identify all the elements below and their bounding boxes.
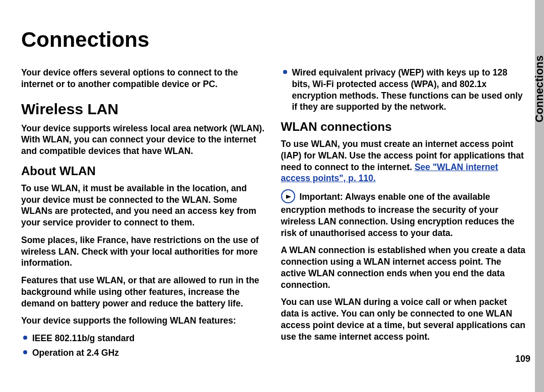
wlan-connections-p1: To use WLAN, you must create an internet… (281, 138, 527, 184)
about-wlan-p1: To use WLAN, it must be available in the… (21, 183, 267, 228)
about-wlan-heading: About WLAN (21, 163, 267, 179)
about-wlan-p3: Features that use WLAN, or that are allo… (21, 275, 267, 309)
wireless-lan-heading: Wireless LAN (21, 99, 267, 119)
about-wlan-p2: Some places, like France, have restricti… (21, 234, 267, 269)
wlan-connections-p3: A WLAN connection is established when yo… (281, 245, 527, 290)
important-icon (281, 189, 295, 203)
important-note: Important: Always enable one of the avai… (281, 190, 527, 239)
page-title: Connections (21, 28, 526, 52)
page-content: Connections Your device offers several o… (21, 28, 526, 374)
wlan-connections-p4: You can use WLAN during a voice call or … (281, 296, 527, 342)
side-tab-label: Connections (533, 55, 544, 122)
manual-page: Connections 109 Connections Your device … (0, 0, 544, 392)
wlan-connections-heading: WLAN connections (281, 119, 527, 134)
intro-paragraph: Your device offers several options to co… (21, 67, 267, 90)
wlan-intro: Your device supports wireless local area… (21, 123, 267, 157)
important-label: Important: (299, 192, 343, 202)
list-item: IEEE 802.11b/g standard (21, 333, 267, 344)
list-item: Wired equivalent privacy (WEP) with keys… (281, 67, 527, 113)
body-columns: Your device offers several options to co… (21, 67, 526, 376)
list-item: Operation at 2.4 GHz (21, 347, 267, 359)
about-wlan-p4: Your device supports the following WLAN … (21, 315, 267, 327)
